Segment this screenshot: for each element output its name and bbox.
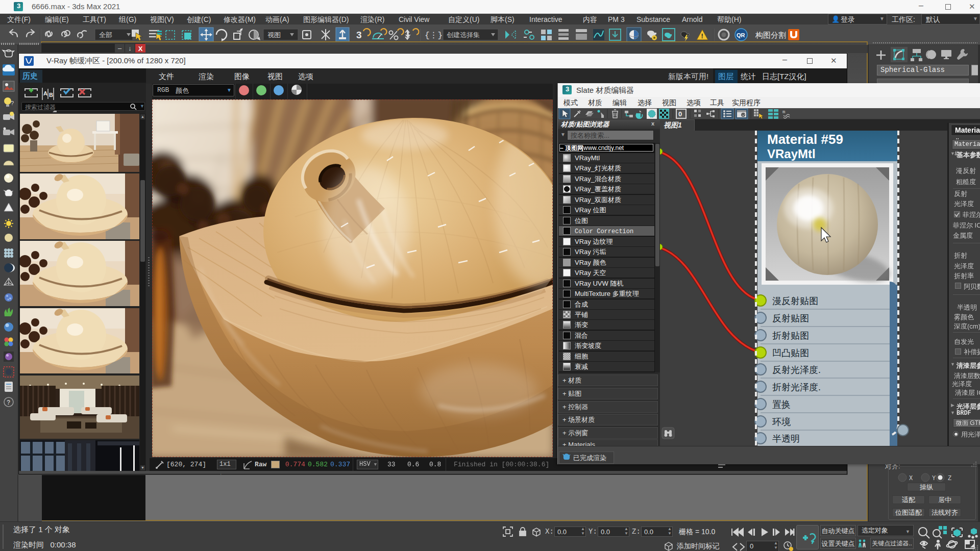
svg-text:反射贴图: 反射贴图 bbox=[772, 313, 809, 323]
svg-text:m: m bbox=[782, 110, 785, 115]
svg-text:?: ? bbox=[11, 100, 14, 106]
svg-text:反射光泽度.: 反射光泽度. bbox=[772, 365, 821, 375]
svg-text:?: ? bbox=[7, 399, 10, 406]
svg-text:视图: 视图 bbox=[267, 31, 281, 39]
svg-text:A: A bbox=[43, 90, 47, 96]
svg-text:Z: Z bbox=[948, 475, 951, 482]
svg-text:折射贴图: 折射贴图 bbox=[772, 331, 809, 341]
svg-text:半透明: 半透明 bbox=[772, 434, 800, 444]
svg-text:0: 0 bbox=[678, 110, 682, 118]
svg-text:漫反射贴图: 漫反射贴图 bbox=[772, 296, 818, 306]
svg-text:凹凸贴图: 凹凸贴图 bbox=[772, 348, 809, 358]
svg-text:B: B bbox=[49, 92, 53, 98]
svg-text:X: X bbox=[909, 475, 913, 482]
svg-text:全部: 全部 bbox=[99, 31, 112, 39]
svg-text:VRayMtl: VRayMtl bbox=[767, 147, 816, 161]
svg-text:3: 3 bbox=[356, 30, 362, 40]
svg-text:环境: 环境 bbox=[772, 417, 791, 427]
svg-text:置换: 置换 bbox=[772, 399, 791, 410]
svg-text:Y: Y bbox=[932, 475, 936, 482]
svg-text:!: ! bbox=[701, 32, 703, 40]
svg-text:{⋮}: {⋮} bbox=[425, 31, 443, 40]
svg-text:Material #59: Material #59 bbox=[767, 132, 843, 147]
svg-text:构图分割: 构图分割 bbox=[755, 31, 786, 39]
svg-text:折射光泽度.: 折射光泽度. bbox=[772, 382, 821, 392]
svg-text:创建选择集: 创建选择集 bbox=[447, 31, 480, 39]
svg-text:QR: QR bbox=[737, 32, 745, 38]
